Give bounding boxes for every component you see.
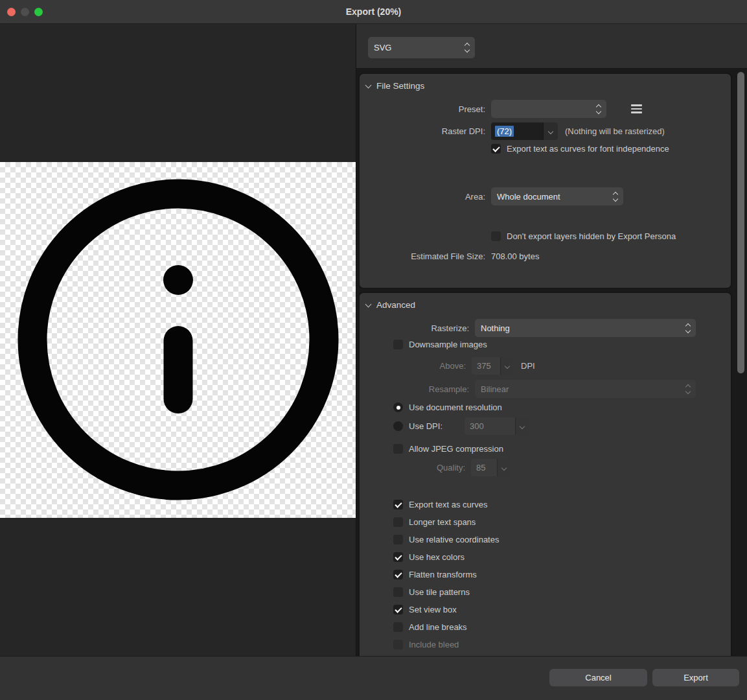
chevron-down-icon bbox=[548, 128, 553, 134]
rasterize-row: Rasterize: Nothing bbox=[360, 319, 731, 337]
preset-row: Preset: bbox=[360, 100, 731, 118]
downsample-label: Downsample images bbox=[409, 340, 487, 349]
chevron-down-icon bbox=[520, 423, 525, 428]
panel-scrollbar[interactable] bbox=[737, 72, 744, 373]
above-row: Above: 375 DPI bbox=[360, 357, 731, 375]
use-doc-res-row[interactable]: Use document resolution bbox=[360, 402, 731, 412]
option-checkbox[interactable] bbox=[393, 622, 403, 632]
raster-dpi-note: (Nothing will be rasterized) bbox=[565, 126, 665, 136]
export-button[interactable]: Export bbox=[652, 669, 739, 686]
jpeg-checkbox[interactable] bbox=[393, 444, 403, 454]
option-row[interactable]: Set view box bbox=[360, 601, 731, 618]
preset-label: Preset: bbox=[366, 104, 485, 114]
quality-row: Quality: 85 bbox=[360, 459, 731, 476]
option-label: Flatten transforms bbox=[409, 570, 477, 579]
use-dpi-label: Use DPI: bbox=[409, 421, 465, 431]
section-title: Advanced bbox=[376, 300, 415, 310]
above-value[interactable]: 375 bbox=[472, 357, 500, 375]
use-dpi-value[interactable]: 300 bbox=[465, 417, 515, 435]
area-label: Area: bbox=[366, 192, 485, 202]
quality-label: Quality: bbox=[366, 463, 465, 472]
zoom-button[interactable] bbox=[34, 8, 43, 16]
option-checkbox[interactable] bbox=[393, 587, 403, 597]
option-label: Use hex colors bbox=[409, 552, 465, 562]
option-row[interactable]: Add line breaks bbox=[360, 618, 731, 636]
option-row[interactable]: Flatten transforms bbox=[360, 566, 731, 583]
estimated-size-row: Estimated File Size: 708.00 bytes bbox=[360, 251, 731, 261]
downsample-row[interactable]: Downsample images bbox=[360, 340, 731, 349]
option-label: Export text as curves bbox=[409, 500, 487, 509]
cancel-button[interactable]: Cancel bbox=[549, 669, 647, 686]
rasterize-select[interactable]: Nothing bbox=[475, 319, 696, 337]
area-row: Area: Whole document bbox=[360, 187, 731, 205]
chevron-down-icon bbox=[365, 301, 372, 307]
raster-dpi-value: (72) bbox=[495, 126, 514, 137]
format-select-value: SVG bbox=[374, 43, 460, 52]
above-dropdown-button[interactable] bbox=[500, 357, 514, 375]
area-select-value: Whole document bbox=[497, 192, 608, 202]
use-dpi-combo: 300 bbox=[465, 417, 529, 435]
quality-dropdown-button[interactable] bbox=[497, 459, 511, 476]
use-dpi-radio[interactable] bbox=[393, 421, 403, 431]
option-row[interactable]: Use tile patterns bbox=[360, 583, 731, 601]
option-label: Add line breaks bbox=[409, 622, 467, 632]
resample-row: Resample: Bilinear bbox=[360, 380, 731, 398]
resample-select-value: Bilinear bbox=[481, 384, 681, 394]
raster-dpi-label: Raster DPI: bbox=[366, 126, 485, 136]
export-curves-checkbox[interactable] bbox=[491, 144, 501, 154]
window-title: Export (20%) bbox=[346, 6, 402, 17]
option-checkbox[interactable] bbox=[393, 535, 403, 544]
option-row[interactable]: Longer text spans bbox=[360, 513, 731, 531]
use-doc-res-label: Use document resolution bbox=[409, 402, 502, 412]
preset-menu-icon[interactable] bbox=[631, 104, 642, 113]
hidden-layers-checkbox[interactable] bbox=[491, 231, 501, 241]
format-strip: SVG bbox=[356, 24, 747, 69]
quality-value[interactable]: 85 bbox=[471, 459, 497, 476]
area-select[interactable]: Whole document bbox=[491, 187, 623, 205]
preset-select[interactable] bbox=[491, 100, 606, 118]
option-checkbox[interactable] bbox=[393, 570, 403, 579]
export-curves-row[interactable]: Export text as curves for font independe… bbox=[360, 144, 731, 154]
resample-label: Resample: bbox=[366, 384, 469, 394]
option-checkbox[interactable] bbox=[393, 605, 403, 614]
stepper-icon bbox=[614, 192, 617, 201]
option-row[interactable]: Include bleed bbox=[360, 636, 731, 653]
section-title: File Settings bbox=[376, 81, 424, 91]
resample-select[interactable]: Bilinear bbox=[475, 380, 696, 398]
rasterize-label: Rasterize: bbox=[366, 323, 469, 333]
option-checkbox[interactable] bbox=[393, 500, 403, 509]
raster-dpi-combo: (72) bbox=[491, 122, 558, 140]
advanced-header[interactable]: Advanced bbox=[360, 293, 731, 310]
jpeg-label: Allow JPEG compression bbox=[409, 444, 503, 454]
close-button[interactable] bbox=[7, 8, 16, 16]
chevron-down-icon bbox=[505, 363, 510, 368]
option-label: Longer text spans bbox=[409, 517, 476, 527]
option-row[interactable]: Use relative coordinates bbox=[360, 531, 731, 548]
stepper-icon bbox=[686, 324, 690, 332]
use-dpi-row[interactable]: Use DPI: 300 bbox=[360, 417, 731, 435]
option-label: Use relative coordinates bbox=[409, 535, 499, 544]
use-dpi-dropdown-button[interactable] bbox=[515, 417, 529, 435]
stepper-icon bbox=[465, 43, 469, 52]
hidden-layers-label: Don't export layers hidden by Export Per… bbox=[507, 231, 676, 241]
option-checkbox[interactable] bbox=[393, 517, 403, 527]
jpeg-row[interactable]: Allow JPEG compression bbox=[360, 444, 731, 454]
raster-dpi-input[interactable]: (72) bbox=[491, 122, 543, 140]
info-icon bbox=[0, 162, 356, 518]
above-unit: DPI bbox=[521, 361, 535, 371]
option-label: Set view box bbox=[409, 605, 457, 614]
option-row[interactable]: Use hex colors bbox=[360, 548, 731, 566]
estimated-size-value: 708.00 bytes bbox=[491, 251, 539, 261]
raster-dpi-dropdown-button[interactable] bbox=[543, 122, 558, 140]
export-preview bbox=[0, 24, 356, 656]
stepper-icon bbox=[686, 385, 690, 393]
format-select[interactable]: SVG bbox=[368, 37, 475, 58]
quality-combo: 85 bbox=[471, 459, 511, 476]
use-doc-res-radio[interactable] bbox=[393, 402, 403, 412]
option-checkbox[interactable] bbox=[393, 552, 403, 562]
export-options-panel: SVG File Settings Preset: Raster DPI: (7… bbox=[356, 24, 747, 656]
downsample-checkbox[interactable] bbox=[393, 340, 403, 349]
hidden-layers-row[interactable]: Don't export layers hidden by Export Per… bbox=[360, 231, 731, 241]
option-row[interactable]: Export text as curves bbox=[360, 496, 731, 513]
file-settings-header[interactable]: File Settings bbox=[360, 74, 731, 91]
